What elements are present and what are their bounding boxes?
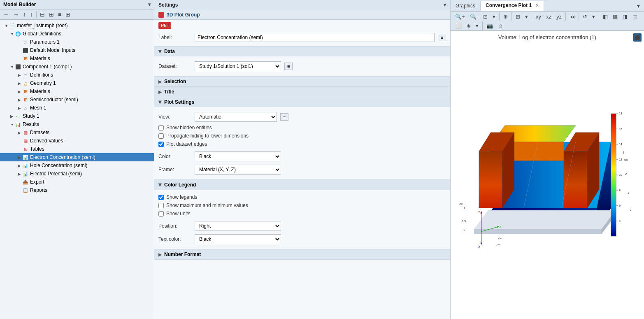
- axes-dropdown-btn[interactable]: ▾: [523, 13, 530, 21]
- view4-btn[interactable]: ◫: [630, 13, 639, 21]
- view3-btn[interactable]: ◨: [621, 13, 630, 21]
- export-icon: 📤: [22, 179, 29, 185]
- zoom-out-btn[interactable]: 🔍-: [468, 13, 480, 21]
- list-btn[interactable]: ≡: [56, 10, 63, 19]
- view-left-btn[interactable]: ◧: [601, 13, 610, 21]
- print-btn[interactable]: 🖨: [496, 22, 505, 30]
- data-section-header[interactable]: ▶ Data: [154, 47, 450, 56]
- tree-definitions[interactable]: ▶ ≡ Definitions: [0, 71, 154, 79]
- zoom-dropdown-btn[interactable]: ▾: [491, 13, 498, 21]
- back-button[interactable]: ←: [2, 10, 11, 19]
- corner-icon[interactable]: ⬛: [633, 33, 642, 42]
- tab-menu-btn[interactable]: ▾: [635, 2, 642, 10]
- position-row: Position: Right: [158, 219, 446, 233]
- electron-toggle[interactable]: ▶: [16, 155, 22, 160]
- root-toggle[interactable]: ▾: [3, 23, 9, 28]
- tree-geometry1[interactable]: ▶ △ Geometry 1: [0, 79, 154, 87]
- tree-derived[interactable]: ▦ Derived Values: [0, 137, 154, 145]
- refresh-dropdown-btn[interactable]: ▾: [590, 13, 597, 21]
- plot-settings-header[interactable]: ▶ Plot Settings: [154, 97, 450, 107]
- collapse-btn[interactable]: ⊟: [38, 10, 46, 19]
- xz-btn[interactable]: xz: [544, 13, 553, 21]
- tree-materials[interactable]: ▶ ⊞ Materials: [0, 87, 154, 95]
- tree-global-defs[interactable]: ▾ 🌐 Global Definitions: [0, 30, 154, 38]
- tree-electric-pot[interactable]: ▶ 📊 Electric Potential (semi): [0, 170, 154, 178]
- plot-dataset-edges-checkbox[interactable]: [158, 142, 164, 147]
- crosshair-btn[interactable]: ⊕: [501, 13, 510, 21]
- tree-semiconductor[interactable]: ▶ ⊞ Semiconductor (semi): [0, 95, 154, 104]
- tree-hole-conc[interactable]: ▶ 📊 Hole Concentration (semi): [0, 161, 154, 170]
- convergence-tab[interactable]: Convergence Plot 1 ✕: [481, 1, 544, 11]
- settings-pin[interactable]: ▾: [444, 2, 446, 8]
- datasets-toggle[interactable]: ▶: [16, 130, 22, 135]
- forward-button[interactable]: →: [12, 10, 21, 19]
- pin-icon[interactable]: ▾: [148, 2, 151, 7]
- tree-datasets[interactable]: ▶ ▦ Datasets: [0, 128, 154, 137]
- first-frame-btn[interactable]: ⏮: [567, 13, 577, 21]
- selection-section-header[interactable]: ▶ Selection: [154, 77, 450, 86]
- tree-results[interactable]: ▾ 📊 Results: [0, 120, 154, 128]
- dataset-icon-btn[interactable]: ≡: [284, 63, 293, 70]
- view5-btn[interactable]: ⬜: [453, 22, 464, 30]
- expand-btn[interactable]: ⊞: [47, 10, 56, 19]
- study1-icon: ∞: [15, 113, 21, 119]
- label-icon-btn[interactable]: ≡: [438, 34, 446, 41]
- propagate-hiding-checkbox[interactable]: [158, 133, 164, 139]
- screenshot-btn[interactable]: 📷: [484, 22, 495, 30]
- show-legends-checkbox[interactable]: [158, 195, 164, 200]
- view-right-btn[interactable]: ▩: [611, 13, 620, 21]
- show-max-min-checkbox[interactable]: [158, 203, 164, 208]
- render-btn[interactable]: ◈: [465, 22, 473, 30]
- tree-electron-conc[interactable]: ▶ 📊 Electron Concentration (semi): [0, 153, 154, 161]
- text-color-select[interactable]: Black: [195, 234, 281, 244]
- grid-btn[interactable]: ⊞: [64, 10, 72, 19]
- tree-mesh1[interactable]: ▶ △ Mesh 1: [0, 104, 154, 112]
- color-legend-arrow: ▶: [158, 183, 163, 186]
- frame-select[interactable]: Material (X, Y, Z): [195, 165, 281, 175]
- color-select[interactable]: Black: [195, 151, 281, 161]
- study1-toggle[interactable]: ▶: [9, 114, 15, 119]
- xy-btn[interactable]: xy: [534, 13, 543, 21]
- tree-default-model[interactable]: ⬛ Default Model Inputs: [0, 46, 154, 54]
- tree-params1[interactable]: π Parameters 1: [0, 38, 154, 46]
- tree-comp1[interactable]: ▾ ⬛ Component 1 (comp1): [0, 63, 154, 71]
- global-defs-toggle[interactable]: ▾: [9, 32, 15, 36]
- view-select[interactable]: Automatic: [195, 112, 277, 122]
- defs-toggle[interactable]: ▶: [16, 73, 22, 77]
- semi-toggle[interactable]: ▶: [16, 98, 22, 102]
- reset-btn[interactable]: ↺: [581, 13, 589, 21]
- tree-tables[interactable]: ⊞ Tables: [0, 145, 154, 153]
- elec-toggle[interactable]: ▶: [16, 172, 22, 176]
- render-dropdown-btn[interactable]: ▾: [474, 22, 481, 30]
- show-units-checkbox[interactable]: [158, 211, 164, 217]
- tree-materials-global[interactable]: ⊞ Materials: [0, 54, 154, 63]
- view-icon-btn[interactable]: ≡: [280, 113, 288, 121]
- zoom-in-btn[interactable]: 🔍+: [453, 13, 467, 21]
- mat-toggle[interactable]: ▶: [16, 89, 22, 94]
- zoom-box-btn[interactable]: ⊡: [481, 13, 490, 21]
- title-section-header[interactable]: ▶ Title: [154, 87, 450, 97]
- color-legend-header[interactable]: ▶ Color Legend: [154, 180, 450, 190]
- hole-toggle[interactable]: ▶: [16, 163, 22, 168]
- down-button[interactable]: ↓: [28, 10, 35, 19]
- mesh1-label: Mesh 1: [30, 105, 46, 111]
- mesh-toggle[interactable]: ▶: [16, 106, 22, 110]
- number-format-header[interactable]: ▶ Number Format: [154, 249, 450, 259]
- defs-icon: ≡: [22, 72, 29, 78]
- yz-btn[interactable]: yz: [554, 13, 564, 21]
- axes-btn[interactable]: ⊞: [514, 13, 522, 21]
- dataset-select[interactable]: Study 1/Solution 1 (sol1): [195, 61, 281, 71]
- geom-toggle[interactable]: ▶: [16, 81, 22, 86]
- tree-export[interactable]: 📤 Export: [0, 178, 154, 186]
- results-toggle[interactable]: ▾: [9, 122, 15, 127]
- label-input[interactable]: [195, 33, 435, 42]
- tree-reports[interactable]: 📋 Reports: [0, 186, 154, 194]
- show-hidden-checkbox[interactable]: [158, 125, 164, 130]
- position-select[interactable]: Right: [195, 221, 281, 231]
- tab-close-icon[interactable]: ✕: [535, 3, 539, 8]
- tree-root[interactable]: ▾ 📄 mosfet_instr.mph (root): [0, 21, 154, 30]
- graphics-tab[interactable]: Graphics: [451, 1, 481, 10]
- comp1-toggle[interactable]: ▾: [9, 65, 15, 69]
- tree-study1[interactable]: ▶ ∞ Study 1: [0, 112, 154, 120]
- up-button[interactable]: ↑: [21, 10, 28, 19]
